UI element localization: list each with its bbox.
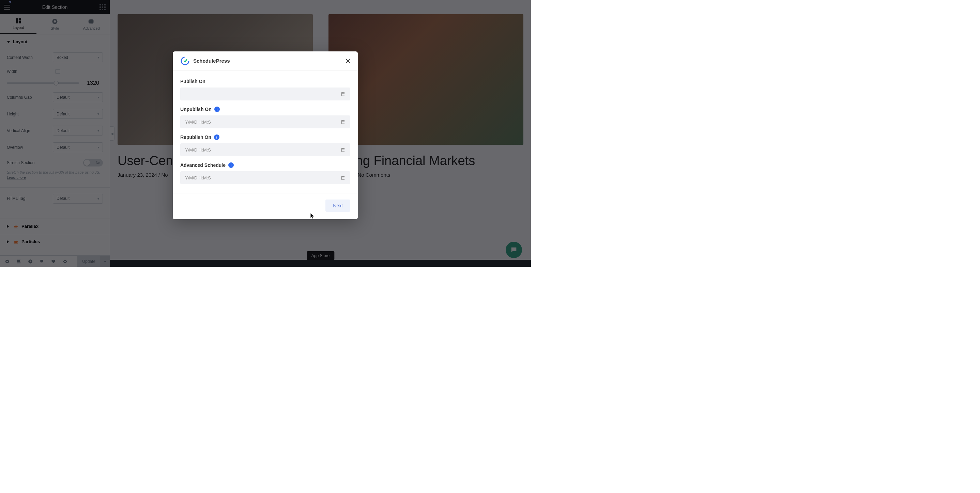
update-button[interactable]: Update [77,256,100,267]
publish-on-input[interactable] [180,87,350,100]
control-label: Columns Gap [7,95,53,100]
hamburger-menu[interactable] [4,5,10,10]
panel-collapse-handle[interactable]: ◀ [110,126,115,141]
crown-icon [13,239,19,244]
panel-title: Edit Section [42,5,68,10]
control-width: Width [0,66,110,77]
field-republish-on: Republish On i Y/M/D H:M:S [180,135,350,156]
vertical-align-select[interactable]: Default [53,126,103,135]
layout-icon [15,17,22,24]
advanced-schedule-input[interactable]: Y/M/D H:M:S [180,171,350,184]
height-select[interactable]: Default [53,109,103,119]
field-label-text: Advanced Schedule [180,162,226,168]
brand: SchedulePress [180,55,230,67]
calendar-icon [341,175,345,180]
control-overflow: Overflow Default [0,139,110,155]
section-title: Parallax [21,224,38,229]
editor-panel: Edit Section Layout Style Advanced Lay [0,0,110,267]
field-label-text: Unpublish On [180,106,212,112]
stretch-toggle[interactable]: No [83,159,103,166]
calendar-icon [341,119,345,124]
layout-section-toggle[interactable]: Layout [0,34,110,49]
section-title: Particles [21,239,40,244]
control-label: Overflow [7,145,53,150]
width-slider[interactable] [7,82,79,84]
heart-icon[interactable] [51,259,56,264]
control-label: Vertical Align [7,128,53,133]
stretch-help-text: Stretch the section to the full width of… [0,170,110,184]
tab-style[interactable]: Style [37,14,73,34]
tab-label: Style [51,26,59,30]
help-fab[interactable] [506,242,522,258]
control-vertical-align: Vertical Align Default [0,122,110,139]
width-input[interactable]: 1320 [83,80,103,86]
particles-section-toggle[interactable]: Particles [0,234,110,249]
caret-right-icon [7,225,11,228]
chat-icon [510,246,518,254]
control-label: Content Width [7,55,53,60]
close-button[interactable] [345,58,351,64]
widgets-grid-icon[interactable] [100,4,106,10]
tab-label: Layout [13,25,24,30]
svg-point-1 [54,20,56,22]
desktop-icon[interactable] [56,69,60,74]
schedulepress-modal: SchedulePress Publish On Unpublish On i … [173,51,358,219]
section-title: Layout [13,39,28,44]
panel-tabs: Layout Style Advanced [0,14,110,34]
tab-advanced[interactable]: Advanced [73,14,110,34]
slider-thumb[interactable] [54,81,59,86]
panel-header: Edit Section [0,0,110,14]
columns-gap-select[interactable]: Default [53,92,103,102]
field-publish-on: Publish On [180,79,350,100]
schedulepress-logo-icon [180,55,191,67]
info-icon[interactable]: i [214,106,220,112]
info-icon[interactable]: i [214,135,220,140]
modal-body: Publish On Unpublish On i Y/M/D H:M:S Re… [173,70,358,193]
html-tag-select[interactable]: Default [53,194,103,204]
input-placeholder: Y/M/D H:M:S [185,119,211,125]
chevron-up-icon [103,260,107,263]
field-unpublish-on: Unpublish On i Y/M/D H:M:S [180,106,350,128]
style-icon [51,18,58,25]
control-height: Height Default [0,106,110,122]
update-options-button[interactable] [100,256,110,267]
control-html-tag: HTML Tag Default [0,190,110,207]
caret-right-icon [7,240,11,243]
info-icon[interactable]: i [228,162,234,168]
responsive-icon[interactable] [40,259,44,264]
width-slider-row: 1320 [0,77,110,89]
input-placeholder: Y/M/D H:M:S [185,175,211,181]
field-advanced-schedule: Advanced Schedule i Y/M/D H:M:S [180,162,350,184]
unpublish-on-input[interactable]: Y/M/D H:M:S [180,116,350,128]
control-stretch-section: Stretch Section No [0,155,110,170]
caret-down-icon [7,41,10,43]
toggle-knob [84,160,90,166]
panel-body: Layout Content Width Boxed Width 1320 Co… [0,34,110,255]
overflow-select[interactable]: Default [53,142,103,152]
crown-icon [13,224,19,229]
field-label-text: Publish On [180,79,205,84]
next-button[interactable]: Next [325,200,350,212]
mouse-cursor-icon [310,213,315,220]
panel-footer: Update [0,255,110,267]
control-content-width: Content Width Boxed [0,49,110,66]
control-label: HTML Tag [7,196,53,201]
navigator-icon[interactable] [16,259,21,264]
preview-icon[interactable] [63,259,67,264]
learn-more-link[interactable]: Learn more [7,175,26,179]
gear-icon[interactable] [5,259,10,264]
calendar-icon [341,92,345,96]
tab-label: Advanced [83,26,100,30]
parallax-section-toggle[interactable]: Parallax [0,219,110,234]
toggle-label: No [96,161,100,165]
content-width-select[interactable]: Boxed [53,52,103,62]
divider [0,187,110,188]
modal-footer: Next [173,193,358,219]
calendar-icon [341,147,345,152]
control-label: Stretch Section [7,160,53,165]
history-icon[interactable] [28,259,33,264]
gear-icon [88,18,95,25]
republish-on-input[interactable]: Y/M/D H:M:S [180,143,350,156]
control-columns-gap: Columns Gap Default [0,89,110,106]
tab-layout[interactable]: Layout [0,14,37,34]
